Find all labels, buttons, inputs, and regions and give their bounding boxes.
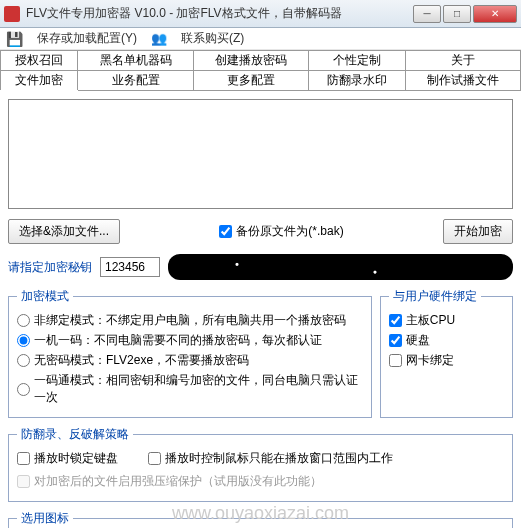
save-icon: 💾 [6, 31, 23, 47]
backup-checkbox-row[interactable]: 备份原文件为(*.bak) [219, 223, 343, 240]
hw-option-2[interactable]: 网卡绑定 [389, 352, 504, 369]
mode-option-1[interactable]: 一机一码：不同电脑需要不同的播放密码，每次都认证 [17, 332, 363, 349]
close-button[interactable]: ✕ [473, 5, 517, 23]
mode-label-2: 无密码模式：FLV2exe，不需要播放密码 [34, 352, 249, 369]
menubar: 💾 保存或加载配置(Y) 👥 联系购买(Z) [0, 28, 521, 50]
titlebar: FLV文件专用加密器 V10.0 - 加密FLV格式文件，自带解码器 ─ □ ✕ [0, 0, 521, 28]
mode-option-0[interactable]: 非绑定模式：不绑定用户电脑，所有电脑共用一个播放密码 [17, 312, 363, 329]
secret-input[interactable] [100, 257, 160, 277]
mouse-limit-row[interactable]: 播放时控制鼠标只能在播放窗口范围内工作 [148, 450, 393, 467]
antirec-fieldset: 防翻录、反破解策略 播放时锁定键盘 播放时控制鼠标只能在播放窗口范围内工作 对加… [8, 426, 513, 502]
compress-protect-label: 对加密后的文件启用强压缩保护（试用版没有此功能） [34, 473, 322, 490]
tab-个性定制[interactable]: 个性定制 [309, 51, 405, 71]
mouse-limit-label: 播放时控制鼠标只能在播放窗口范围内工作 [165, 450, 393, 467]
app-icon [4, 6, 20, 22]
encrypt-mode-legend: 加密模式 [17, 288, 73, 305]
icon-select-legend: 选用图标 [17, 510, 73, 527]
tab-业务配置[interactable]: 业务配置 [78, 71, 193, 91]
lock-keyboard-label: 播放时锁定键盘 [34, 450, 118, 467]
hw-option-1[interactable]: 硬盘 [389, 332, 504, 349]
menu-contact[interactable]: 联系购买(Z) [181, 30, 244, 47]
antirec-legend: 防翻录、反破解策略 [17, 426, 133, 443]
window-buttons: ─ □ ✕ [411, 5, 517, 23]
mode-radio-1[interactable] [17, 334, 30, 347]
lock-keyboard-row[interactable]: 播放时锁定键盘 [17, 450, 118, 467]
select-files-button[interactable]: 选择&添加文件... [8, 219, 120, 244]
tab-更多配置[interactable]: 更多配置 [193, 71, 308, 91]
hw-option-0[interactable]: 主板CPU [389, 312, 504, 329]
backup-checkbox[interactable] [219, 225, 232, 238]
mode-label-0: 非绑定模式：不绑定用户电脑，所有电脑共用一个播放密码 [34, 312, 346, 329]
tab-关于[interactable]: 关于 [405, 51, 520, 71]
mode-label-1: 一机一码：不同电脑需要不同的播放密码，每次都认证 [34, 332, 322, 349]
tab-content: 选择&添加文件... 备份原文件为(*.bak) 开始加密 请指定加密秘钥 加密… [0, 91, 521, 528]
tabs-container: 授权召回黑名单机器码创建播放密码个性定制关于 文件加密业务配置更多配置防翻录水印… [0, 50, 521, 91]
tab-防翻录水印[interactable]: 防翻录水印 [309, 71, 405, 91]
mode-option-2[interactable]: 无密码模式：FLV2exe，不需要播放密码 [17, 352, 363, 369]
mouse-limit-checkbox[interactable] [148, 452, 161, 465]
contact-icon: 👥 [151, 31, 167, 46]
tab-授权召回[interactable]: 授权召回 [1, 51, 78, 71]
window-title: FLV文件专用加密器 V10.0 - 加密FLV格式文件，自带解码器 [26, 5, 411, 22]
hw-label-1: 硬盘 [406, 332, 430, 349]
minimize-button[interactable]: ─ [413, 5, 441, 23]
hw-label-0: 主板CPU [406, 312, 455, 329]
redacted-area [168, 254, 513, 280]
hw-label-2: 网卡绑定 [406, 352, 454, 369]
hw-checkbox-0[interactable] [389, 314, 402, 327]
hardware-bind-fieldset: 与用户硬件绑定 主板CPU硬盘网卡绑定 [380, 288, 513, 418]
hw-checkbox-2[interactable] [389, 354, 402, 367]
menu-save-config[interactable]: 保存或加载配置(Y) [37, 30, 137, 47]
tab-创建播放密码[interactable]: 创建播放密码 [193, 51, 308, 71]
lock-keyboard-checkbox[interactable] [17, 452, 30, 465]
compress-protect-checkbox [17, 475, 30, 488]
mode-radio-0[interactable] [17, 314, 30, 327]
hardware-legend: 与用户硬件绑定 [389, 288, 481, 305]
backup-label: 备份原文件为(*.bak) [236, 223, 343, 240]
mode-radio-2[interactable] [17, 354, 30, 367]
tab-文件加密[interactable]: 文件加密 [1, 71, 78, 91]
mode-label-3: 一码通模式：相同密钥和编号加密的文件，同台电脑只需认证一次 [34, 372, 363, 406]
compress-protect-row: 对加密后的文件启用强压缩保护（试用版没有此功能） [17, 473, 504, 490]
start-encrypt-button[interactable]: 开始加密 [443, 219, 513, 244]
encrypt-mode-fieldset: 加密模式 非绑定模式：不绑定用户电脑，所有电脑共用一个播放密码一机一码：不同电脑… [8, 288, 372, 418]
maximize-button[interactable]: □ [443, 5, 471, 23]
icon-select-fieldset: 选用图标 选择 使用默认图标 [8, 510, 513, 528]
tab-黑名单机器码[interactable]: 黑名单机器码 [78, 51, 193, 71]
file-list[interactable] [8, 99, 513, 209]
secret-label: 请指定加密秘钥 [8, 259, 92, 276]
mode-option-3[interactable]: 一码通模式：相同密钥和编号加密的文件，同台电脑只需认证一次 [17, 372, 363, 406]
tab-制作试播文件[interactable]: 制作试播文件 [405, 71, 520, 91]
mode-radio-3[interactable] [17, 383, 30, 396]
hw-checkbox-1[interactable] [389, 334, 402, 347]
